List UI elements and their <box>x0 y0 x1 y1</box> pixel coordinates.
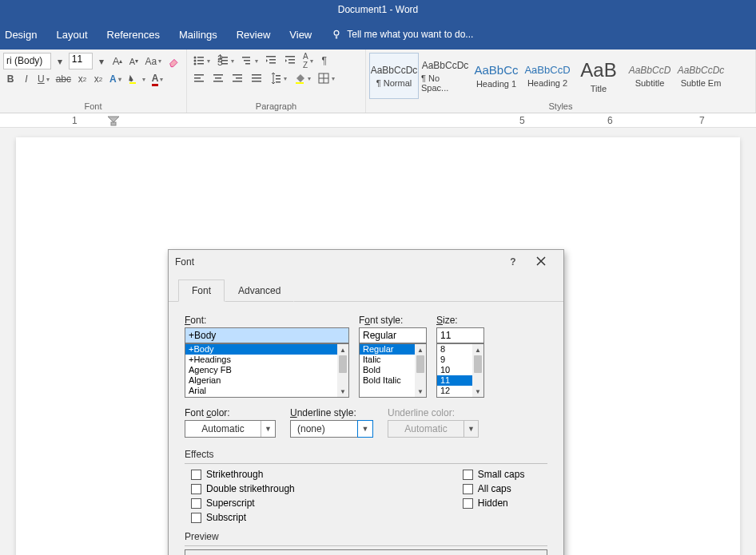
dialog-titlebar[interactable]: Font ? <box>169 250 563 274</box>
svg-point-2 <box>194 57 197 59</box>
svg-rect-29 <box>233 74 242 76</box>
list-item[interactable]: Agency FB <box>185 365 348 375</box>
list-item[interactable]: Arial <box>185 386 348 396</box>
borders-button[interactable] <box>315 70 337 86</box>
first-line-indent-marker[interactable] <box>108 113 119 128</box>
style-item[interactable]: AaBbCcDc¶ No Spac... <box>420 53 470 99</box>
bullets-button[interactable] <box>190 53 213 69</box>
sort-button[interactable]: AZ <box>300 53 316 69</box>
dialog-close-button[interactable] <box>525 256 557 268</box>
list-item[interactable]: Algerian <box>185 375 348 386</box>
svg-rect-26 <box>213 74 223 76</box>
ribbon-group-styles: AaBbCcDc¶ NormalAaBbCcDc¶ No Spac...AaBb… <box>366 50 756 113</box>
svg-rect-15 <box>244 60 250 61</box>
tab-mailings[interactable]: Mailings <box>179 29 217 41</box>
svg-rect-7 <box>197 63 204 65</box>
clear-formatting-button[interactable] <box>165 54 183 69</box>
align-left-icon <box>193 72 205 85</box>
scrollbar[interactable]: ▲▼ <box>337 344 348 397</box>
strikethrough-button[interactable]: abc <box>54 71 74 87</box>
list-item[interactable]: +Body <box>185 344 348 355</box>
tab-references[interactable]: References <box>107 29 160 41</box>
dialog-tab-font[interactable]: Font <box>178 279 225 302</box>
superscript-button[interactable]: x2 <box>91 71 105 87</box>
svg-rect-38 <box>296 82 304 84</box>
styles-group-label: Styles <box>369 100 752 113</box>
checkbox-subscript[interactable]: Subscript <box>191 512 295 523</box>
style-item[interactable]: AaBbCcDc¶ Normal <box>369 53 419 99</box>
checkbox-superscript[interactable]: Superscript <box>191 498 295 509</box>
increase-indent-button[interactable] <box>281 53 299 69</box>
scrollbar[interactable]: ▲▼ <box>472 344 483 397</box>
underline-button[interactable]: U <box>35 71 52 87</box>
svg-rect-24 <box>194 77 201 79</box>
font-size-combo[interactable]: 11 <box>69 53 93 69</box>
align-left-button[interactable] <box>190 70 208 86</box>
style-gallery: AaBbCcDc¶ NormalAaBbCcDc¶ No Spac...AaBb… <box>369 51 752 99</box>
tell-me[interactable]: Tell me what you want to do... <box>331 29 473 40</box>
size-dropdown-icon[interactable]: ▾ <box>94 54 109 69</box>
dialog-body: Font: +Body +Body+HeadingsAgency FBAlger… <box>169 302 563 555</box>
svg-rect-33 <box>252 77 261 79</box>
font-name-listbox[interactable]: +Body+HeadingsAgency FBAlgerianArial▲▼ <box>185 343 349 398</box>
highlight-button[interactable] <box>125 71 148 87</box>
font-name-input[interactable]: +Body <box>185 327 349 343</box>
checkbox-strikethrough[interactable]: Strikethrough <box>191 469 295 480</box>
underline-color-combo: Automatic ▼ <box>388 420 479 438</box>
style-item[interactable]: AaBbCcDHeading 2 <box>523 53 572 99</box>
checkbox-hidden[interactable]: Hidden <box>463 498 525 509</box>
italic-button[interactable]: I <box>19 71 34 87</box>
change-case-button[interactable]: Aa <box>142 54 164 69</box>
svg-rect-35 <box>276 75 281 77</box>
borders-icon <box>317 72 330 85</box>
scrollbar[interactable]: ▲▼ <box>415 344 426 397</box>
align-center-button[interactable] <box>209 70 227 86</box>
tab-design[interactable]: Design <box>5 29 37 41</box>
numbering-button[interactable]: 123 <box>214 53 237 69</box>
dialog-tab-advanced[interactable]: Advanced <box>225 279 294 302</box>
style-item[interactable]: AaBbCcDcSubtle Em <box>676 53 726 99</box>
font-color-combo[interactable]: Automatic ▼ <box>185 420 276 438</box>
grow-font-button[interactable]: A▴ <box>110 54 125 69</box>
font-size-listbox[interactable]: 89101112▲▼ <box>436 343 484 398</box>
tab-review[interactable]: Review <box>237 29 271 41</box>
font-style-listbox[interactable]: RegularItalicBoldBold Italic▲▼ <box>359 343 427 398</box>
style-item[interactable]: AaBbCcDSubtitle <box>625 53 674 99</box>
dialog-help-button[interactable]: ? <box>501 256 525 268</box>
tab-layout[interactable]: Layout <box>56 29 87 41</box>
svg-rect-25 <box>194 81 204 82</box>
text-effects-button[interactable]: A <box>107 71 124 87</box>
multilevel-list-button[interactable] <box>238 53 261 69</box>
checkbox-double-strikethrough[interactable]: Double strikethrough <box>191 483 295 494</box>
bold-button[interactable]: B <box>3 71 18 87</box>
svg-rect-17 <box>266 56 276 57</box>
decrease-indent-button[interactable] <box>262 53 280 69</box>
svg-rect-30 <box>236 77 242 79</box>
highlight-icon <box>128 73 141 85</box>
shrink-font-button[interactable]: A▾ <box>126 54 141 69</box>
list-item[interactable]: +Headings <box>185 355 348 365</box>
align-right-button[interactable] <box>229 70 246 86</box>
justify-button[interactable] <box>248 70 265 86</box>
font-size-input[interactable]: 11 <box>436 327 484 343</box>
underline-style-combo[interactable]: (none) ▼ <box>290 420 373 438</box>
font-style-input[interactable]: Regular <box>359 327 427 343</box>
style-item[interactable]: AaBTitle <box>574 53 623 99</box>
font-name-combo[interactable]: ri (Body) <box>3 53 51 69</box>
app-title-bar: Document1 - Word <box>0 0 756 19</box>
style-item[interactable]: AaBbCcHeading 1 <box>472 53 521 99</box>
checkbox-all-caps[interactable]: All caps <box>463 483 525 494</box>
svg-rect-37 <box>276 81 281 83</box>
font-dropdown-icon[interactable]: ▾ <box>53 54 67 69</box>
shading-button[interactable] <box>291 70 313 86</box>
svg-rect-34 <box>252 81 261 82</box>
font-color-button[interactable]: A <box>149 71 166 87</box>
subscript-button[interactable]: x2 <box>75 71 90 87</box>
line-spacing-button[interactable] <box>267 70 289 86</box>
tab-view[interactable]: View <box>289 29 312 41</box>
font-color-label: Font color: <box>185 407 276 418</box>
indent-icon <box>284 54 296 67</box>
horizontal-ruler[interactable]: 1 5 6 7 <box>0 113 756 128</box>
checkbox-small-caps[interactable]: Small caps <box>463 469 525 480</box>
show-marks-button[interactable]: ¶ <box>317 53 332 69</box>
